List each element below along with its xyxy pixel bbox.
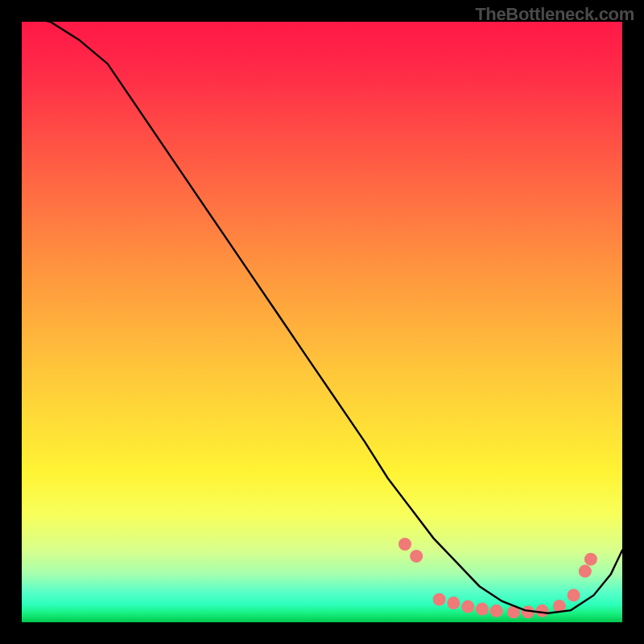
marker-dot xyxy=(476,603,489,616)
marker-dot xyxy=(579,565,592,578)
marker-dot xyxy=(433,593,446,606)
plot-area xyxy=(22,22,622,622)
chart-svg xyxy=(22,22,622,622)
bottleneck-curve-path xyxy=(22,22,622,613)
marker-dot xyxy=(398,538,411,551)
marker-dot xyxy=(410,550,423,563)
marker-group xyxy=(398,538,597,618)
marker-dot xyxy=(461,601,474,613)
marker-dot xyxy=(447,597,460,609)
chart-frame: TheBottleneck.com xyxy=(0,0,644,644)
marker-dot xyxy=(568,588,580,601)
marker-dot xyxy=(536,605,549,617)
watermark-text: TheBottleneck.com xyxy=(475,4,634,25)
marker-dot xyxy=(584,553,597,566)
marker-dot xyxy=(490,605,503,617)
